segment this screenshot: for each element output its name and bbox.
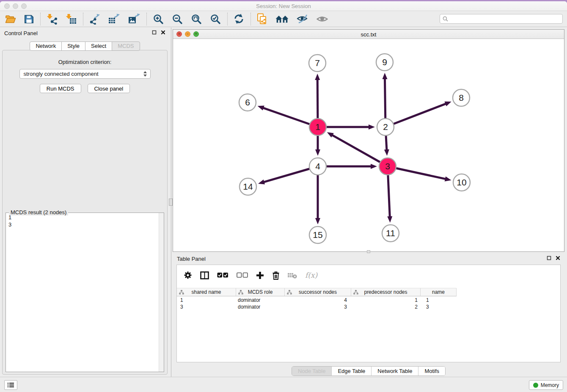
tab-mcds[interactable]: MCDS: [112, 41, 140, 51]
graph-node-label: 1: [315, 122, 320, 132]
column-header-label: MCDS role: [248, 289, 273, 295]
search-box[interactable]: [440, 14, 563, 24]
result-scrollbar[interactable]: [159, 213, 164, 372]
graph-edge-arrowhead: [383, 73, 388, 79]
splitter-grip[interactable]: [169, 199, 173, 206]
graph-edge-arrowhead: [445, 177, 451, 182]
tab-style[interactable]: Style: [61, 41, 85, 51]
float-panel-icon[interactable]: [547, 256, 551, 260]
network-graph[interactable]: 1234678910111415: [173, 39, 564, 251]
toolbar-separator: [146, 13, 147, 25]
save-session-icon[interactable]: [24, 13, 34, 25]
show-column-panel-icon[interactable]: [200, 269, 209, 282]
toolbar-separator: [250, 13, 251, 25]
close-panel-icon[interactable]: [161, 30, 165, 35]
show-all-eye-icon[interactable]: [317, 13, 328, 25]
apply-layout-icon[interactable]: [234, 13, 244, 25]
mcds-result-title: MCDS result (2 nodes): [9, 209, 68, 215]
graph-edge-arrowhead: [445, 102, 451, 106]
table-cell: 3: [177, 304, 236, 310]
network-view-window: × − + scc.txt 1234678910111415: [173, 29, 564, 252]
criterion-value: strongly connected component: [24, 71, 99, 77]
node-table-block: f(x) shared nameMCDS rolesuccessor nodes…: [176, 265, 561, 362]
column-header-label: successor nodes: [299, 289, 337, 295]
table-cell: 1: [421, 297, 457, 304]
column-header-predecessor-nodes[interactable]: predecessor nodes: [351, 288, 421, 296]
table-cell: dominator: [236, 297, 285, 304]
memory-status-icon: [533, 383, 538, 388]
optimization-criterion-label: Optimization criterion:: [3, 59, 167, 65]
table-row[interactable]: 1dominator411: [177, 297, 560, 304]
close-panel-icon[interactable]: [556, 256, 560, 260]
task-history-button[interactable]: [4, 380, 17, 390]
float-panel-icon[interactable]: [152, 30, 157, 35]
table-cell: 4: [285, 297, 351, 304]
graph-edge-2-8[interactable]: [385, 103, 446, 127]
memory-button[interactable]: Memory: [529, 380, 563, 390]
tab-edge-table[interactable]: Edge Table: [331, 367, 371, 375]
graph-edge-arrowhead: [258, 179, 265, 185]
toolbar-separator: [40, 13, 41, 25]
open-session-icon[interactable]: [5, 13, 16, 25]
graph-edge-arrowhead: [384, 149, 389, 156]
tab-network-table[interactable]: Network Table: [371, 367, 418, 375]
tab-node-table[interactable]: Node Table: [292, 367, 332, 375]
graph-edge-arrowhead: [327, 132, 334, 138]
column-header-label: predecessor nodes: [364, 289, 407, 295]
export-table-icon[interactable]: [108, 13, 120, 25]
network-canvas[interactable]: 1234678910111415: [173, 39, 564, 251]
mcds-result-group: 13 MCDS result (2 nodes): [6, 213, 164, 372]
delete-columns-icon[interactable]: [272, 269, 280, 282]
delete-table-icon: [288, 269, 297, 282]
import-table-icon[interactable]: [66, 13, 77, 25]
column-header-name[interactable]: name: [421, 288, 457, 296]
column-type-icon: [287, 290, 292, 295]
close-panel-button[interactable]: Close panel: [88, 84, 130, 93]
zoom-in-icon[interactable]: [153, 13, 164, 25]
table-body: 1dominator4113dominator323: [177, 297, 560, 362]
graph-edge-arrowhead: [315, 74, 320, 80]
column-header-successor-nodes[interactable]: successor nodes: [285, 288, 351, 296]
result-item[interactable]: 3: [8, 221, 164, 228]
deselect-all-rows-icon[interactable]: [237, 269, 248, 282]
network-splitter-grip[interactable]: [367, 250, 370, 253]
graph-edge-arrowhead: [258, 106, 264, 110]
graph-edge-3-10[interactable]: [388, 166, 446, 179]
graph-node-label: 7: [315, 58, 320, 68]
zoom-selected-icon[interactable]: [210, 13, 221, 25]
import-network-icon[interactable]: [47, 13, 58, 25]
hide-selected-eye-icon[interactable]: [297, 13, 308, 25]
criterion-select[interactable]: strongly connected component: [19, 69, 151, 79]
graph-node-label: 15: [313, 230, 322, 240]
network-window-titlebar: × − + scc.txt: [173, 30, 564, 39]
main-toolbar: [0, 11, 567, 27]
first-neighbors-icon[interactable]: [275, 13, 289, 25]
memory-label: Memory: [541, 382, 559, 388]
graph-node-label: 9: [382, 57, 387, 67]
zoom-fit-icon[interactable]: [191, 13, 202, 25]
export-network-icon[interactable]: [89, 13, 100, 25]
export-image-icon[interactable]: [128, 13, 140, 25]
add-column-icon[interactable]: [256, 269, 264, 282]
column-header-MCDS-role[interactable]: MCDS role: [236, 288, 285, 296]
column-header-shared-name[interactable]: shared name: [177, 288, 236, 296]
table-tabs-bar: Node TableEdge TableNetwork TableMotifs: [173, 366, 564, 376]
clone-network-icon[interactable]: [257, 13, 267, 25]
mcds-result-list[interactable]: 13: [6, 213, 164, 372]
zoom-out-icon[interactable]: [172, 13, 183, 25]
search-input[interactable]: [450, 16, 560, 22]
tab-network[interactable]: Network: [30, 41, 62, 51]
tab-motifs[interactable]: Motifs: [418, 367, 445, 375]
select-all-rows-icon[interactable]: [217, 269, 228, 282]
table-panel: Table Panel: [173, 253, 564, 377]
search-icon: [443, 16, 448, 22]
table-tab-group: Node TableEdge TableNetwork TableMotifs: [292, 366, 446, 376]
tab-select[interactable]: Select: [85, 41, 112, 51]
column-type-icon: [179, 290, 184, 295]
run-mcds-button[interactable]: Run MCDS: [40, 84, 81, 93]
table-row[interactable]: 3dominator323: [177, 304, 560, 310]
toolbar-separator: [227, 13, 228, 25]
graph-edge-3-1[interactable]: [331, 135, 388, 166]
table-cell: 1: [177, 297, 236, 304]
table-options-icon[interactable]: [184, 269, 192, 282]
